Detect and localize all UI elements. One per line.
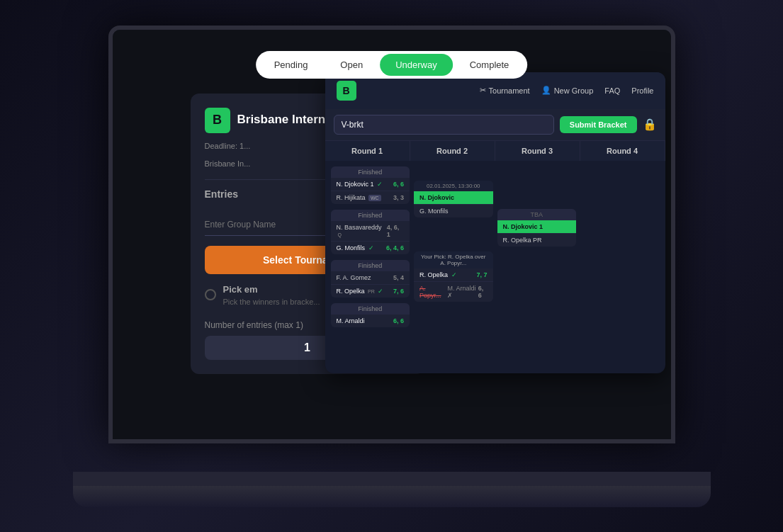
check-icon: ✓ <box>451 271 457 278</box>
nav-profile[interactable]: Profile <box>631 86 653 95</box>
screen-content: Pending Open Underway Complete B Brisban… <box>113 30 671 439</box>
match-status: Finished <box>331 166 410 178</box>
match-status: Finished <box>331 303 410 315</box>
player-score: 3, 3 <box>393 194 404 201</box>
tab-underway[interactable]: Underway <box>380 54 453 76</box>
match-status: Finished <box>331 210 410 221</box>
player-score: 6, 4, 6 <box>386 244 404 251</box>
pick-em-label: Pick em <box>223 284 320 295</box>
player-score: 7, 7 <box>476 271 487 278</box>
rounds-header: Round 1 Round 2 Round 3 Round 4 <box>325 140 665 161</box>
match-status: Finished <box>331 260 410 271</box>
bracket-name-input[interactable] <box>334 115 554 135</box>
match-card: Finished N. Basavareddy Q 4, 6, 1 G. Mon… <box>331 210 410 254</box>
match-player: R. Opelka PR ✓ 7, 6 <box>331 285 410 298</box>
app-logo-icon: B <box>205 108 230 133</box>
player-name: G. Monfils <box>419 208 449 215</box>
bracket-logo: B <box>337 81 356 101</box>
match-player: F. A. Gomez 5, 4 <box>331 271 410 285</box>
tba-label: TBA <box>497 209 577 220</box>
round4-header: Round 4 <box>580 141 665 161</box>
check-icon: ✓ <box>368 244 374 251</box>
round1-header: Round 1 <box>325 141 410 161</box>
tab-pending[interactable]: Pending <box>259 54 324 76</box>
match-card: 02.01.2025, 13:30:00 N. Djokovic G. Monf… <box>414 181 493 217</box>
player-score: 6, 6 <box>478 285 488 299</box>
player-score: 6, 6 <box>393 317 404 324</box>
match-player: G. Monfils ✓ 6, 4, 6 <box>331 242 410 254</box>
player-name: G. Monfils ✓ <box>337 244 374 251</box>
laptop-hinge <box>73 472 711 486</box>
player-name: R. Hijikata WC <box>337 194 381 201</box>
match-player: R. Opelka ✓ 7, 7 <box>414 268 493 282</box>
player-score: 7, 6 <box>393 288 404 295</box>
player-name: N. Basavareddy Q <box>337 224 387 238</box>
pick-info: Your Pick: R. Opelka over A. Popyr... <box>414 251 493 268</box>
submit-bracket-button[interactable]: Submit Bracket <box>560 116 637 133</box>
match-card: Your Pick: R. Opelka over A. Popyr... R.… <box>414 251 493 302</box>
person-icon: 👤 <box>541 86 551 95</box>
player-name: N. Djokovic 1 <box>503 223 543 230</box>
laptop: Pending Open Underway Complete B Brisban… <box>73 26 711 507</box>
bracket-input-row: Submit Bracket 🔒 <box>325 109 665 140</box>
round3-header: Round 3 <box>495 141 580 161</box>
wc-badge: WC <box>368 195 381 201</box>
match-player: N. Djokovic 1 ✓ 6, 6 <box>331 178 410 191</box>
player-name-alt: M. Arnaldi ✗ <box>447 285 478 299</box>
player-name: M. Arnaldi <box>337 317 365 324</box>
player-name: R. Opelka PR <box>503 237 542 244</box>
scissors-icon: ✂ <box>480 86 486 95</box>
q-badge: Q <box>338 232 342 237</box>
round2-col: 02.01.2025, 13:30:00 N. Djokovic G. Monf… <box>414 166 493 368</box>
status-tabs: Pending Open Underway Complete <box>256 51 528 79</box>
match-card: TBA N. Djokovic 1 R. Opelka PR <box>497 209 577 247</box>
match-card: Finished N. Djokovic 1 ✓ 6, 6 R. Hijikat… <box>331 166 410 204</box>
player-name: R. Opelka ✓ <box>419 271 457 278</box>
nav-links: ✂ Tournament 👤 New Group FAQ Profile <box>480 86 654 95</box>
nav-new-group[interactable]: 👤 New Group <box>541 86 594 95</box>
round4-col <box>580 166 660 368</box>
player-name: N. Djokovic 1 ✓ <box>337 181 383 188</box>
lock-icon: 🔒 <box>643 118 657 131</box>
bracket-overlay: B ✂ Tournament 👤 New Group FAQ Pro <box>325 72 665 373</box>
match-player: R. Opelka PR <box>497 234 577 247</box>
match-datetime: 02.01.2025, 13:30:00 <box>414 181 493 191</box>
round1-col: Finished N. Djokovic 1 ✓ 6, 6 R. Hijikat… <box>331 166 410 368</box>
player-score: 6, 6 <box>393 181 404 188</box>
laptop-screen: Pending Open Underway Complete B Brisban… <box>108 26 675 443</box>
player-name: N. Djokovic <box>419 194 454 201</box>
pick-em-desc: Pick the winners in bracke... <box>223 298 320 306</box>
match-player: M. Arnaldi 6, 6 <box>331 315 410 327</box>
nav-tournament[interactable]: ✂ Tournament <box>480 86 530 95</box>
check-icon: ✓ <box>378 288 383 295</box>
player-name: F. A. Gomez <box>337 274 371 281</box>
match-card: Finished F. A. Gomez 5, 4 R. Opelka PR ✓… <box>331 260 410 298</box>
tab-complete[interactable]: Complete <box>454 54 525 76</box>
round3-col: TBA N. Djokovic 1 R. Opelka PR <box>497 166 577 368</box>
player-score: 5, 4 <box>393 274 404 281</box>
match-player: G. Monfils <box>414 205 493 217</box>
check-icon: ✓ <box>377 181 383 188</box>
round2-header: Round 2 <box>410 141 495 161</box>
scene: Pending Open Underway Complete B Brisban… <box>0 0 783 532</box>
match-player: A. Popyr... M. Arnaldi ✗ 6, 6 <box>414 282 493 302</box>
player-score: 4, 6, 1 <box>387 224 404 238</box>
laptop-base <box>73 486 711 507</box>
player-name: R. Opelka PR ✓ <box>337 288 384 295</box>
match-player: N. Djokovic 1 <box>497 220 577 234</box>
player-name: A. Popyr... <box>419 285 444 299</box>
nav-faq[interactable]: FAQ <box>604 86 620 95</box>
pick-em-info: Pick em Pick the winners in bracke... <box>223 284 320 306</box>
bracket-body: Finished N. Djokovic 1 ✓ 6, 6 R. Hijikat… <box>325 161 665 373</box>
match-player: R. Hijikata WC 3, 3 <box>331 191 410 204</box>
pr-badge: PR <box>368 289 375 294</box>
pick-em-radio[interactable] <box>205 289 216 300</box>
match-card: Finished M. Arnaldi 6, 6 <box>331 303 410 327</box>
match-player: N. Basavareddy Q 4, 6, 1 <box>331 221 410 242</box>
match-player: N. Djokovic <box>414 191 493 205</box>
tab-open[interactable]: Open <box>325 54 378 76</box>
